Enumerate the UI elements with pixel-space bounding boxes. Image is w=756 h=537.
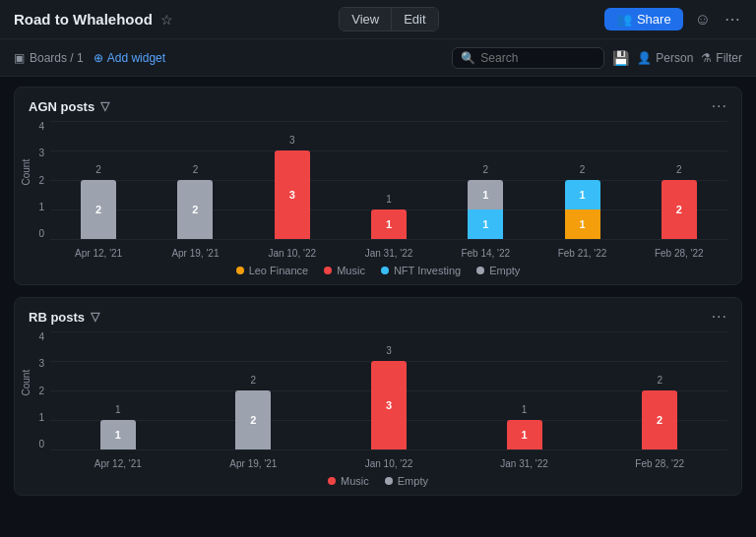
toolbar-right: 🔍 💾 👤 Person ⚗ Filter (452, 47, 742, 69)
filter-icon: ⚗ (701, 51, 712, 65)
rb-chart-panel: RB posts ▽ ··· Count432101122331122Apr 1… (14, 297, 742, 496)
bar-segment: 2 (81, 180, 116, 239)
bar-group: 11 (457, 331, 593, 449)
plus-icon: ⊕ (94, 51, 103, 65)
bar-group: 22 (592, 331, 727, 449)
filter-button[interactable]: ⚗ Filter (701, 51, 742, 65)
x-label: Jan 10, '22 (321, 458, 457, 469)
bar-segment: 1 (100, 420, 136, 449)
x-label: Feb 21, '22 (534, 248, 630, 259)
star-icon[interactable]: ☆ (160, 12, 173, 28)
agn-more-button[interactable]: ··· (712, 97, 727, 115)
x-label: Apr 12, '21 (50, 248, 147, 259)
bar-group: 211 (437, 121, 534, 239)
legend-item: Empty (385, 475, 428, 487)
bar-total-label: 2 (466, 164, 505, 175)
view-button[interactable]: View (340, 8, 392, 30)
search-input[interactable] (480, 51, 596, 65)
bar-segment: 3 (275, 150, 310, 239)
bar-segment: 1 (371, 209, 407, 239)
rb-more-button[interactable]: ··· (712, 308, 727, 326)
x-label: Apr 12, '21 (50, 458, 186, 469)
bar-total-label: 2 (563, 164, 602, 175)
bar-total-label: 2 (79, 164, 118, 175)
bar-total-label: 3 (273, 135, 312, 146)
person-icon: 👤 (637, 51, 652, 65)
legend-dot (324, 267, 332, 274)
header-center: View Edit (339, 7, 438, 31)
view-edit-group: View Edit (339, 7, 438, 31)
x-label: Jan 10, '22 (244, 248, 341, 259)
bar-segment: 1 (507, 420, 542, 449)
person-button[interactable]: 👤 Person (637, 51, 693, 65)
header-left: Road to Whalehood ☆ (14, 11, 173, 28)
bar-segment: 2 (177, 180, 213, 239)
smiley-icon[interactable]: ☺ (693, 9, 713, 30)
x-label: Feb 28, '22 (631, 248, 727, 259)
rb-chart-area: Count432101122331122Apr 12, '21Apr 19, '… (29, 331, 727, 487)
bar-group: 33 (321, 331, 457, 449)
bar-group: 22 (186, 331, 322, 449)
bar-group: 211 (534, 121, 630, 239)
x-label: Apr 19, '21 (147, 248, 243, 259)
header: Road to Whalehood ☆ View Edit 👥 Share ☺ … (0, 0, 756, 39)
add-widget-button[interactable]: ⊕ Add widget (94, 51, 165, 65)
page-title: Road to Whalehood (14, 11, 153, 28)
main-content: AGN posts ▽ ··· Count4321022223311211211… (0, 77, 756, 537)
legend-dot (236, 267, 244, 274)
toolbar-left: ▣ Boards / 1 ⊕ Add widget (14, 51, 165, 65)
rb-chart-header: RB posts ▽ ··· (29, 308, 727, 326)
edit-button[interactable]: Edit (392, 8, 437, 30)
x-label: Jan 31, '22 (457, 458, 593, 469)
legend-dot (476, 267, 484, 274)
search-box: 🔍 (452, 47, 604, 69)
bar-total-label: 2 (233, 375, 273, 386)
share-button[interactable]: 👥 Share (604, 8, 683, 30)
bar-segment: 3 (371, 361, 407, 449)
legend-item: NFT Investing (381, 265, 461, 276)
bar-total-label: 1 (98, 404, 138, 415)
bar-total-label: 2 (640, 375, 679, 386)
header-right: 👥 Share ☺ ⋯ (604, 8, 742, 30)
x-label: Jan 31, '22 (341, 248, 437, 259)
share-icon: 👥 (616, 12, 632, 27)
bar-segment: 1 (565, 180, 600, 209)
bar-segment: 2 (662, 180, 697, 239)
bar-group: 11 (50, 331, 186, 449)
bar-segment: 1 (468, 180, 503, 209)
bar-total-label: 1 (369, 194, 409, 205)
legend-item: Music (328, 475, 369, 487)
agn-filter-icon: ▽ (100, 99, 109, 113)
save-icon[interactable]: 💾 (612, 50, 629, 66)
rb-chart-title: RB posts ▽ (29, 310, 99, 325)
bar-segment: 1 (468, 209, 503, 239)
toolbar: ▣ Boards / 1 ⊕ Add widget 🔍 💾 👤 Person ⚗… (0, 39, 756, 77)
bar-group: 22 (147, 121, 243, 239)
bar-total-label: 3 (369, 345, 409, 356)
search-icon: 🔍 (461, 51, 475, 65)
legend-item: Leo Finance (236, 265, 309, 276)
bar-group: 33 (244, 121, 341, 239)
x-label: Feb 14, '22 (437, 248, 534, 259)
more-icon[interactable]: ⋯ (723, 8, 742, 30)
bar-segment: 2 (642, 390, 677, 449)
board-label: ▣ Boards / 1 (14, 51, 84, 65)
legend-dot (328, 477, 336, 485)
bar-segment: 2 (235, 390, 271, 449)
legend-item: Empty (476, 265, 520, 276)
x-label: Apr 19, '21 (186, 458, 322, 469)
legend-dot (381, 267, 389, 274)
legend-dot (385, 477, 393, 485)
bar-group: 11 (341, 121, 437, 239)
bar-total-label: 1 (505, 404, 544, 415)
bar-total-label: 2 (175, 164, 215, 175)
x-label: Feb 28, '22 (592, 458, 727, 469)
rb-filter-icon: ▽ (91, 310, 99, 324)
bar-group: 22 (50, 121, 147, 239)
agn-chart-title: AGN posts ▽ (29, 99, 109, 114)
agn-chart-area: Count432102222331121121122Apr 12, '21Apr… (29, 121, 727, 276)
bar-segment: 1 (565, 209, 600, 239)
legend-item: Music (324, 265, 365, 276)
agn-chart-header: AGN posts ▽ ··· (29, 97, 727, 115)
bar-group: 22 (631, 121, 727, 239)
